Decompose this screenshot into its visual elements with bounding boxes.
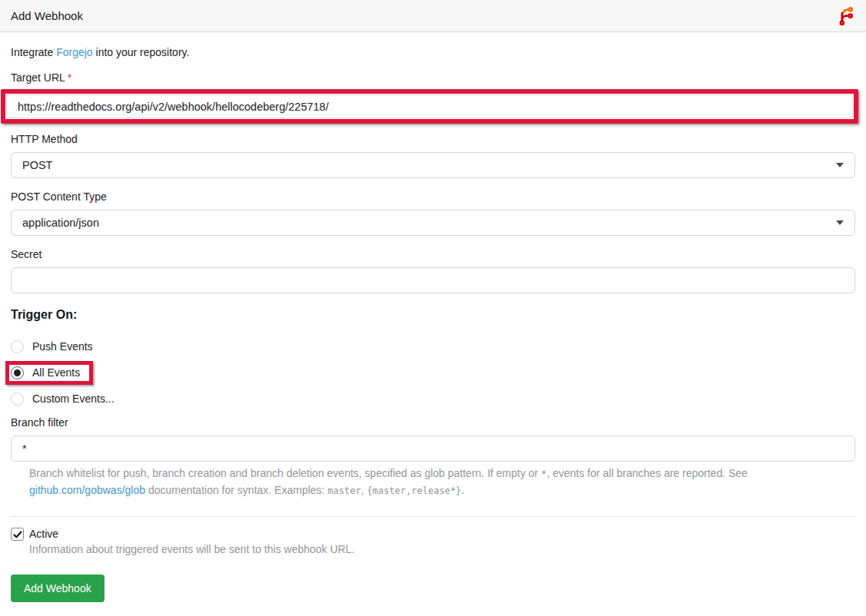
forgejo-link[interactable]: Forgejo (56, 46, 92, 58)
panel-header: Add Webhook (0, 0, 866, 32)
http-method-label: HTTP Method (11, 133, 855, 146)
radio-row-push-events[interactable]: Push Events (11, 335, 855, 358)
forgejo-logo (835, 6, 855, 26)
help-text: , events for all branches are reported. … (546, 467, 747, 479)
help-code: master (327, 485, 360, 496)
active-label[interactable]: Active (29, 528, 58, 541)
content-type-select[interactable]: application/json (11, 210, 855, 236)
content-type-label: POST Content Type (11, 190, 855, 204)
active-checkbox[interactable] (11, 528, 24, 541)
content-type-value: application/json (22, 217, 99, 229)
branch-filter-input[interactable] (11, 436, 855, 462)
glob-docs-link[interactable]: github.com/gobwas/glob (29, 484, 145, 496)
all-events-radio[interactable] (11, 366, 24, 379)
help-code: {master,release*} (367, 485, 461, 496)
http-method-value: POST (22, 159, 52, 171)
secret-input[interactable] (11, 267, 855, 293)
intro-suffix: into your repository. (93, 46, 190, 58)
target-url-label: Target URL* (11, 71, 855, 84)
add-webhook-button[interactable]: Add Webhook (11, 575, 105, 602)
secret-label: Secret (11, 248, 855, 261)
intro-prefix: Integrate (11, 46, 56, 58)
trigger-on-heading: Trigger On: (11, 307, 855, 323)
annotation-box-target-url (1, 89, 858, 124)
annotation-box-all-events: All Events (5, 361, 93, 385)
divider (11, 516, 855, 517)
caret-down-icon (836, 220, 844, 225)
target-url-input[interactable] (6, 94, 853, 118)
active-description: Information about triggered events will … (11, 543, 855, 556)
webhook-form: Integrate Forgejo into your repository. … (0, 46, 866, 602)
branch-filter-label: Branch filter (11, 416, 855, 429)
custom-events-label[interactable]: Custom Events... (32, 392, 114, 406)
intro-text: Integrate Forgejo into your repository. (11, 46, 855, 59)
required-asterisk: * (68, 71, 71, 84)
page-title: Add Webhook (11, 9, 83, 22)
branch-filter-help: Branch whitelist for push, branch creati… (11, 465, 855, 499)
help-text: . (461, 484, 464, 496)
all-events-label[interactable]: All Events (32, 366, 80, 379)
check-icon (13, 530, 22, 539)
push-events-radio[interactable] (11, 340, 24, 353)
http-method-select[interactable]: POST (11, 152, 855, 178)
caret-down-icon (836, 163, 844, 167)
help-text: Branch whitelist for push, branch creati… (29, 467, 541, 479)
push-events-label[interactable]: Push Events (32, 340, 93, 353)
custom-events-radio[interactable] (11, 392, 24, 406)
help-text: documentation for syntax. Examples: (145, 484, 327, 496)
trigger-options: Push Events All Events Custom Events... (11, 335, 855, 410)
radio-row-custom-events[interactable]: Custom Events... (11, 387, 855, 410)
radio-row-all-events[interactable]: All Events (11, 361, 855, 384)
active-checkbox-row[interactable]: Active (11, 528, 855, 541)
